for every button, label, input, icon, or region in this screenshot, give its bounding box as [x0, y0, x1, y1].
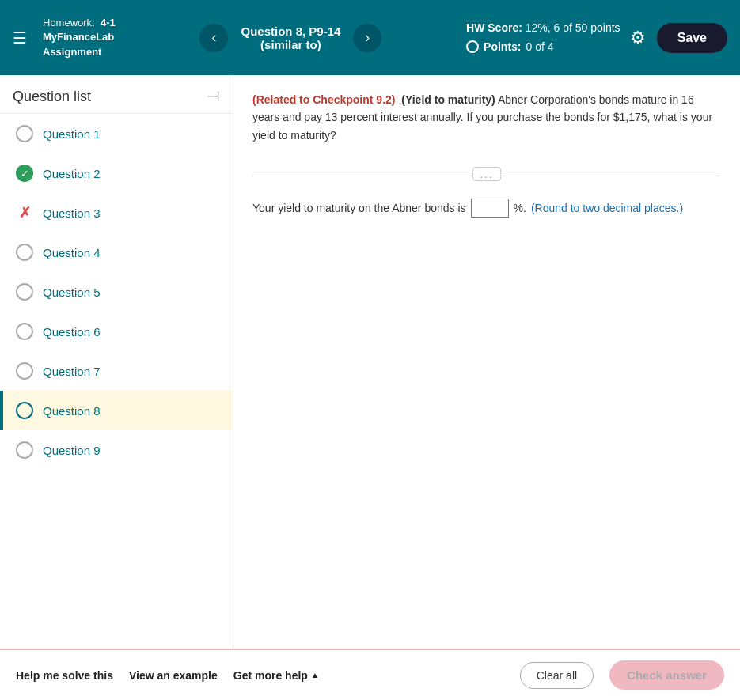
main-layout: Question list ⊣ Question 1 ✓ Question 2 … [0, 75, 740, 649]
unanswered-circle [16, 362, 33, 380]
sidebar-title: Question list [13, 89, 91, 105]
sidebar-item-question-2[interactable]: ✓ Question 2 [0, 153, 233, 193]
help-me-solve-button[interactable]: Help me solve this [16, 669, 113, 682]
sidebar-item-question-4[interactable]: Question 4 [0, 233, 233, 272]
question-1-label: Question 1 [43, 127, 101, 141]
bottom-bar: Help me solve this View an example Get m… [0, 649, 740, 700]
question-2-label: Question 2 [43, 167, 101, 180]
get-more-help-button[interactable]: Get more help ▲ [233, 669, 319, 682]
sidebar-header: Question list ⊣ [0, 75, 233, 114]
active-circle [16, 402, 33, 419]
question-1-status-icon [16, 125, 33, 142]
hw-score-line: HW Score: 12%, 6 of 50 points [466, 19, 620, 38]
save-button[interactable]: Save [657, 23, 727, 53]
hw-score-value: 12%, 6 of 50 points [526, 21, 620, 34]
more-help-arrow-icon: ▲ [311, 671, 319, 679]
question-2-status-icon: ✓ [16, 165, 33, 182]
header-score: HW Score: 12%, 6 of 50 points Points: 0 … [466, 19, 620, 57]
hw-label-text: Homework: [43, 17, 95, 28]
question-text: (Related to Checkpoint 9.2) (Yield to ma… [252, 91, 721, 144]
percent-symbol: %. [514, 202, 526, 214]
sidebar-item-question-5[interactable]: Question 5 [0, 272, 233, 312]
answer-prefix: Your yield to maturity on the Abner bond… [252, 202, 466, 214]
correct-check-icon: ✓ [16, 165, 33, 182]
header: ☰ Homework: 4-1MyFinanceLabAssignment ‹ … [0, 0, 740, 75]
points-value: 0 of 4 [526, 38, 554, 57]
question-6-label: Question 6 [43, 325, 101, 339]
question-4-label: Question 4 [43, 246, 101, 259]
next-question-button[interactable]: › [353, 24, 381, 52]
wrong-x-icon: ✗ [16, 204, 33, 221]
points-line: Points: 0 of 4 [466, 38, 620, 57]
unanswered-circle [16, 441, 33, 459]
header-nav: ‹ Question 8, P9-14 (similar to) › [125, 24, 457, 52]
hw-score-label: HW Score: [466, 21, 522, 34]
question-5-status-icon [16, 283, 33, 301]
unanswered-circle [16, 323, 33, 340]
unanswered-circle [16, 283, 33, 301]
header-actions: ⚙ Save [630, 23, 727, 53]
header-title: Homework: 4-1MyFinanceLabAssignment [43, 16, 116, 59]
yield-label: (Yield to maturity) [401, 93, 495, 106]
sidebar-item-question-1[interactable]: Question 1 [0, 114, 233, 153]
question-8-label: Question 8 [43, 404, 101, 418]
get-more-help-label: Get more help [233, 669, 308, 682]
question-9-status-icon [16, 441, 33, 459]
menu-icon[interactable]: ☰ [13, 28, 27, 47]
question-4-status-icon [16, 244, 33, 261]
yield-answer-input[interactable] [471, 199, 509, 218]
round-note: (Round to two decimal places.) [531, 202, 683, 214]
view-example-button[interactable]: View an example [129, 669, 218, 682]
settings-icon[interactable]: ⚙ [630, 28, 646, 48]
question-5-label: Question 5 [43, 286, 101, 299]
sidebar-item-question-8[interactable]: Question 8 [0, 391, 233, 430]
points-circle-icon [466, 40, 479, 53]
clear-all-button[interactable]: Clear all [520, 662, 594, 689]
sidebar-item-question-9[interactable]: Question 9 [0, 430, 233, 470]
question-7-label: Question 7 [43, 365, 101, 378]
question-3-status-icon: ✗ [16, 204, 33, 221]
question-nav-label: Question 8, P9-14 (similar to) [241, 25, 340, 51]
sidebar: Question list ⊣ Question 1 ✓ Question 2 … [0, 75, 233, 649]
unanswered-circle [16, 125, 33, 142]
answer-line: Your yield to maturity on the Abner bond… [252, 199, 721, 218]
question-7-status-icon [16, 362, 33, 380]
collapse-sidebar-icon[interactable]: ⊣ [207, 88, 220, 105]
sidebar-item-question-3[interactable]: ✗ Question 3 [0, 193, 233, 233]
question-8-status-icon [16, 402, 33, 419]
content-area: (Related to Checkpoint 9.2) (Yield to ma… [233, 75, 740, 649]
divider-dots: ... [472, 167, 501, 181]
question-3-label: Question 3 [43, 206, 101, 220]
check-answer-button[interactable]: Check answer [609, 660, 724, 690]
sidebar-item-question-6[interactable]: Question 6 [0, 312, 233, 351]
question-9-label: Question 9 [43, 444, 101, 457]
points-label: Points: [484, 38, 521, 57]
question-6-status-icon [16, 323, 33, 340]
unanswered-circle [16, 244, 33, 261]
prev-question-button[interactable]: ‹ [199, 24, 228, 52]
sidebar-item-question-7[interactable]: Question 7 [0, 351, 233, 391]
hw-label: Homework: 4-1MyFinanceLabAssignment [43, 16, 116, 59]
checkpoint-ref: (Related to Checkpoint 9.2) [252, 93, 395, 106]
